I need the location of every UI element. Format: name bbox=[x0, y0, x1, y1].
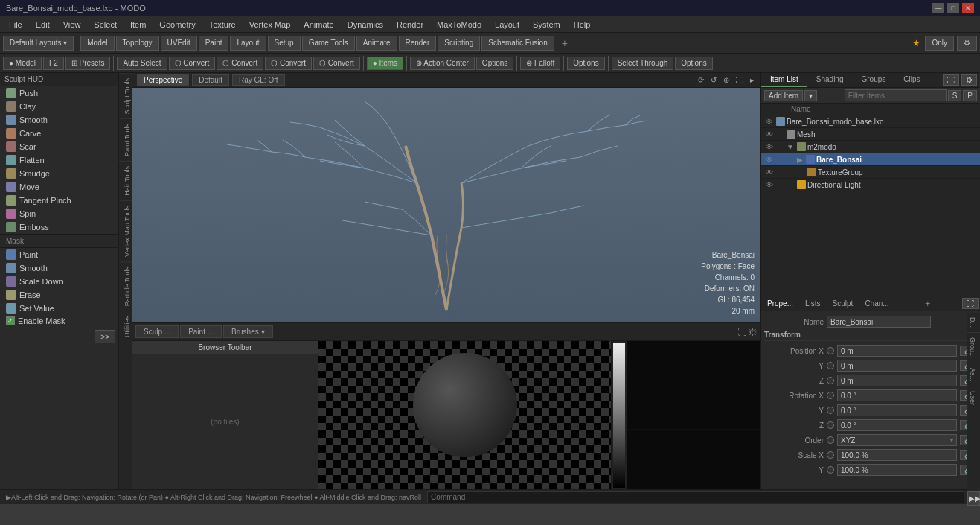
side-tab-particle-tools[interactable]: Particle Tools bbox=[119, 261, 132, 311]
name-input[interactable] bbox=[827, 316, 931, 328]
panel-tab-item-list[interactable]: Item List bbox=[761, 73, 807, 87]
options1-button[interactable]: Options bbox=[476, 57, 513, 70]
vp-zoom-icon[interactable]: ⊕ bbox=[721, 75, 731, 85]
p-button[interactable]: P bbox=[963, 90, 977, 101]
item-texture-group[interactable]: 👁 TextureGroup bbox=[761, 166, 980, 179]
vp-tab-default[interactable]: Default bbox=[192, 74, 229, 86]
items-button[interactable]: ● Items bbox=[367, 57, 403, 70]
tool-smudge[interactable]: Smudge bbox=[0, 167, 118, 180]
rotation-x-radio[interactable] bbox=[827, 392, 834, 399]
item-m2modo[interactable]: 👁 ▼ m2modo bbox=[761, 141, 980, 153]
position-z-radio[interactable] bbox=[827, 377, 834, 384]
scale-x-radio[interactable] bbox=[827, 451, 834, 459]
vp-tab-perspective[interactable]: Perspective bbox=[137, 74, 189, 86]
tab-schematic[interactable]: Schematic Fusion bbox=[481, 36, 554, 51]
panel-tab-groups[interactable]: Groups bbox=[853, 73, 895, 87]
prop-tab-sculpt[interactable]: Sculpt bbox=[827, 297, 859, 310]
item-mesh[interactable]: 👁 Mesh bbox=[761, 128, 980, 141]
menu-animate[interactable]: Animate bbox=[298, 19, 339, 31]
tool-scale-down[interactable]: Scale Down bbox=[0, 275, 118, 288]
prop-expand-button[interactable]: ⛶ bbox=[962, 298, 979, 309]
only-button[interactable]: Only bbox=[925, 36, 954, 51]
panel-tab-shading[interactable]: Shading bbox=[807, 73, 853, 87]
s-button[interactable]: S bbox=[948, 90, 962, 101]
order-radio[interactable] bbox=[827, 436, 834, 444]
convert1-button[interactable]: ⬡ Convert bbox=[169, 57, 216, 70]
convert4-button[interactable]: ⬡ Convert bbox=[313, 57, 360, 70]
prop-tab-properties[interactable]: Prope... bbox=[761, 297, 799, 310]
convert2-button[interactable]: ⬡ Convert bbox=[217, 57, 263, 70]
tool-set-value[interactable]: Set Value bbox=[0, 302, 118, 315]
tab-scripting[interactable]: Scripting bbox=[438, 36, 480, 51]
falloff-button[interactable]: ⊗ Falloff bbox=[520, 57, 560, 70]
expand-viewport-button[interactable]: ⛶ ⚙ bbox=[737, 327, 758, 337]
tab-animate[interactable]: Animate bbox=[356, 36, 397, 51]
sculpt-tab-brushes[interactable]: Brushes ▾ bbox=[223, 325, 272, 338]
texture-preview2-bottom[interactable] bbox=[627, 430, 760, 489]
presets-button[interactable]: ⊞ Presets bbox=[65, 57, 111, 70]
sculpt-tab-paint[interactable]: Paint ... bbox=[180, 325, 222, 338]
menu-dynamics[interactable]: Dynamics bbox=[342, 19, 389, 31]
right-side-tab-groups[interactable]: D... bbox=[967, 313, 980, 333]
3d-viewport[interactable]: Bare_Bonsai Polygons : Face Channels: 0 … bbox=[132, 88, 760, 322]
menu-layout[interactable]: Layout bbox=[489, 19, 525, 31]
layout-dropdown[interactable]: Default Layouts ▾ bbox=[3, 36, 74, 51]
sculpt-tab-sculpt[interactable]: Sculp ... bbox=[135, 325, 179, 338]
options3-button[interactable]: Options bbox=[675, 57, 712, 70]
side-tab-paint-tools[interactable]: Paint Tools bbox=[119, 118, 132, 161]
eye-icon-texture-group[interactable]: 👁 bbox=[764, 168, 775, 176]
eye-icon-dir-light[interactable]: 👁 bbox=[764, 181, 775, 189]
menu-view[interactable]: View bbox=[57, 19, 87, 31]
prop-add-button[interactable]: + bbox=[920, 297, 935, 311]
f2-button[interactable]: F2 bbox=[43, 57, 64, 70]
scale-y-value[interactable]: 100.0 % bbox=[837, 464, 957, 476]
menu-render[interactable]: Render bbox=[391, 19, 429, 31]
panel-settings-button[interactable]: ⚙ bbox=[961, 74, 977, 86]
item-directional-light[interactable]: 👁 Directional Light bbox=[761, 179, 980, 191]
position-y-radio[interactable] bbox=[827, 362, 834, 369]
tab-render[interactable]: Render bbox=[399, 36, 437, 51]
item-file-root[interactable]: 👁 Bare_Bonsai_modo_base.lxo bbox=[761, 115, 980, 128]
order-select[interactable]: XYZ ▾ bbox=[837, 434, 957, 446]
eye-icon-m2modo[interactable]: 👁 bbox=[764, 143, 775, 151]
scale-y-radio[interactable] bbox=[827, 466, 834, 474]
browser-content[interactable]: (no files) bbox=[132, 354, 318, 489]
add-item-arrow[interactable]: ▾ bbox=[804, 90, 817, 101]
menu-maxtomodo[interactable]: MaxToModo bbox=[431, 19, 487, 31]
tool-scar[interactable]: Scar bbox=[0, 140, 118, 153]
rotation-z-radio[interactable] bbox=[827, 421, 834, 429]
close-button[interactable]: ✕ bbox=[962, 3, 974, 13]
tab-setup[interactable]: Setup bbox=[268, 36, 301, 51]
convert3-button[interactable]: ⬡ Convert bbox=[265, 57, 312, 70]
prop-tab-lists[interactable]: Lists bbox=[799, 297, 827, 310]
settings-button[interactable]: ⚙ bbox=[957, 36, 977, 51]
scale-x-value[interactable]: 100.0 % bbox=[837, 449, 957, 461]
eye-icon-bare-bonsai[interactable]: 👁 bbox=[764, 156, 775, 164]
tool-emboss[interactable]: Emboss bbox=[0, 220, 118, 234]
expand-icon-bare-bonsai[interactable]: ▶ bbox=[797, 156, 803, 164]
vp-tab-ray-gl[interactable]: Ray GL: Off bbox=[232, 74, 285, 86]
action-center-button[interactable]: ⊕ Action Center bbox=[410, 57, 475, 70]
tool-paint-mask[interactable]: Paint bbox=[0, 248, 118, 261]
enable-mask-toggle[interactable]: ✓ Enable Mask bbox=[0, 315, 118, 327]
texture-side-gradient[interactable] bbox=[613, 343, 625, 488]
side-tab-hair-tools[interactable]: Hair Tools bbox=[119, 161, 132, 200]
tool-push[interactable]: Push bbox=[0, 86, 118, 100]
tool-smooth[interactable]: Smooth bbox=[0, 113, 118, 127]
position-x-value[interactable]: 0 m bbox=[837, 345, 957, 357]
expand-panel-button[interactable]: >> bbox=[95, 330, 115, 343]
vp-fullscreen-icon[interactable]: ⛶ bbox=[734, 75, 746, 85]
panel-tab-clips[interactable]: Clips bbox=[894, 73, 929, 87]
menu-system[interactable]: System bbox=[527, 19, 566, 31]
tab-game-tools[interactable]: Game Tools bbox=[302, 36, 355, 51]
prop-tab-chan[interactable]: Chan... bbox=[859, 297, 894, 310]
side-tab-sculpt-tools[interactable]: Sculpt Tools bbox=[119, 73, 132, 118]
tool-flatten[interactable]: Flatten bbox=[0, 153, 118, 167]
tab-layout[interactable]: Layout bbox=[230, 36, 266, 51]
right-side-tab-sculpt[interactable]: Grou... bbox=[967, 333, 980, 363]
tool-smooth-mask[interactable]: Smooth bbox=[0, 261, 118, 275]
add-item-button[interactable]: Add Item bbox=[764, 90, 803, 101]
position-x-radio[interactable] bbox=[827, 347, 834, 354]
sculpt-hud-header[interactable]: Sculpt HUD bbox=[0, 73, 118, 86]
tool-erase[interactable]: Erase bbox=[0, 288, 118, 302]
